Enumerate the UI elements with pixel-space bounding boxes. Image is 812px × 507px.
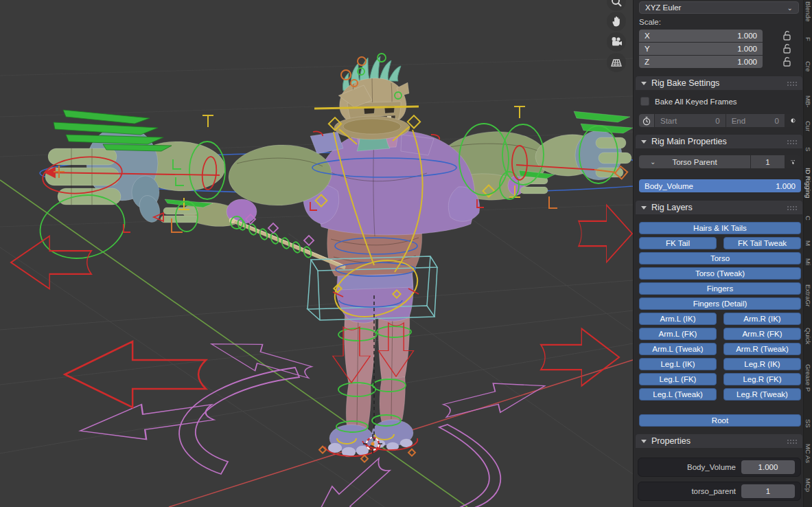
end-value: 0 <box>775 117 779 125</box>
collapse-triangle-icon <box>641 82 647 85</box>
sidebar-tab[interactable]: MCp <box>804 478 812 492</box>
sidebar-tab-active[interactable]: ID Rigging <box>804 168 812 198</box>
sidebar-tab[interactable]: Quick <box>804 328 812 344</box>
sidebar-tab[interactable]: SS <box>804 419 812 428</box>
torso-parent-row: ⌄ Torso Parent 1 <box>639 155 801 168</box>
layer-button-fk-tail[interactable]: FK Tail <box>639 237 717 249</box>
layer-button-hairs[interactable]: Hairs & IK Tails <box>639 222 801 234</box>
layer-button-torso-tweak[interactable]: Torso (Tweak) <box>639 267 801 280</box>
hand-icon <box>610 15 623 27</box>
layer-button-leg-r-ik[interactable]: Leg.R (IK) <box>723 358 801 370</box>
property-label: torso_parent <box>691 487 736 495</box>
panel-grip-icon[interactable] <box>787 81 797 86</box>
panel-title: Rig Main Properties <box>651 137 727 146</box>
panel-title: Rig Layers <box>651 203 693 212</box>
sidebar-tab[interactable]: F <box>804 37 812 41</box>
collapse-triangle-icon <box>641 206 647 210</box>
start-frame-field[interactable]: Start 0 <box>655 114 726 127</box>
panel-header-rig-bake[interactable]: Rig Bake Settings <box>636 76 802 90</box>
blender-window: XYZ Euler ⌄ Scale: X 1.000 Y 1.000 Z 1.0… <box>0 0 812 507</box>
scale-x-field[interactable]: X 1.000 <box>639 30 763 42</box>
body-volume-slider[interactable]: Body_Volume 1.000 <box>639 179 801 192</box>
layer-button-arm-l-fk[interactable]: Arm.L (FK) <box>639 328 717 340</box>
open-padlock-icon[interactable] <box>781 56 792 67</box>
torso-parent-value-field[interactable]: 1 <box>751 155 785 168</box>
sidebar-tab-strip: Blende F Cre MB- Cur S ID Rigging C M Mi… <box>803 0 812 507</box>
sidebar-tab[interactable]: MC As <box>804 444 812 463</box>
sidebar-tab[interactable]: Cre <box>804 61 812 71</box>
panel-grip-icon[interactable] <box>787 205 797 210</box>
property-row-torso-parent: torso_parent 1 <box>638 482 801 501</box>
ortho-grid-gizmo-button[interactable] <box>607 53 626 72</box>
axis-value: 1.000 <box>737 58 757 66</box>
animate-toggle-button[interactable] <box>785 114 801 127</box>
stopwatch-button[interactable] <box>639 114 654 127</box>
layer-button-arm-l-ik[interactable]: Arm.L (IK) <box>639 313 717 325</box>
grid-icon <box>610 56 623 69</box>
open-padlock-icon[interactable] <box>781 43 792 54</box>
property-value-field[interactable]: 1 <box>741 484 795 498</box>
end-frame-field[interactable]: End 0 <box>726 114 785 127</box>
property-row-body-volume: Body_Volume 1.000 <box>638 458 801 477</box>
3d-viewport[interactable] <box>0 0 633 507</box>
sidebar-tab[interactable]: S <box>804 147 812 151</box>
sidebar-tab[interactable]: MB- <box>804 95 812 107</box>
scale-z-field[interactable]: Z 1.000 <box>639 56 763 68</box>
chevron-down-icon: ⌄ <box>787 4 793 12</box>
sidebar-tab[interactable]: M <box>804 240 812 246</box>
panel-grip-icon[interactable] <box>787 139 797 144</box>
torso-parent-label: Torso Parent <box>672 158 717 166</box>
layer-button-arm-l-tweak[interactable]: Arm.L (Tweak) <box>639 343 717 355</box>
animate-decorator-icon <box>791 116 796 125</box>
layer-button-arm-r-fk[interactable]: Arm.R (FK) <box>723 328 801 340</box>
sidebar-tab[interactable]: Blende <box>804 1 812 22</box>
layer-button-leg-r-tweak[interactable]: Leg.R (Tweak) <box>723 388 801 401</box>
torso-parent-value: 1 <box>765 158 769 166</box>
sidebar-tab[interactable]: Mi <box>804 258 812 265</box>
panel-grip-icon[interactable] <box>787 439 797 444</box>
layer-button-torso[interactable]: Torso <box>639 252 801 264</box>
sidebar-tab[interactable]: Grease P <box>804 364 812 392</box>
sidebar-tab[interactable]: Cur <box>804 121 812 131</box>
bone-select-button[interactable] <box>785 155 801 168</box>
axis-label: Z <box>645 58 649 66</box>
layer-button-fk-tail-tweak[interactable]: FK Tail Tweak <box>723 237 801 249</box>
panel-header-rig-main[interactable]: Rig Main Properties <box>636 135 802 148</box>
collapse-triangle-icon <box>641 140 647 144</box>
layer-button-arm-r-ik[interactable]: Arm.R (IK) <box>723 313 801 325</box>
property-value-field[interactable]: 1.000 <box>741 460 795 474</box>
rotation-mode-dropdown[interactable]: XYZ Euler ⌄ <box>639 1 799 14</box>
layer-button-leg-r-fk[interactable]: Leg.R (FK) <box>723 373 801 385</box>
layer-button-fingers[interactable]: Fingers <box>639 282 801 295</box>
panel-title: Rig Bake Settings <box>651 78 719 88</box>
layer-button-arm-r-tweak[interactable]: Arm.R (Tweak) <box>723 343 801 355</box>
rotation-mode-value: XYZ Euler <box>645 3 681 12</box>
camera-gizmo-button[interactable] <box>607 32 626 52</box>
panel-header-rig-layers[interactable]: Rig Layers <box>636 201 802 214</box>
bake-range-row: Start 0 End 0 <box>639 114 801 127</box>
bake-all-keyed-frames-row: Bake All Keyed Frames <box>640 97 737 106</box>
magnifier-icon <box>610 0 623 8</box>
viewport-scene <box>0 0 633 507</box>
layer-button-leg-l-tweak[interactable]: Leg.L (Tweak) <box>639 388 717 401</box>
layer-button-fingers-detail[interactable]: Fingers (Detail) <box>639 297 801 310</box>
open-padlock-icon[interactable] <box>781 30 792 41</box>
checkbox-label: Bake All Keyed Frames <box>655 98 737 106</box>
chevron-down-icon: ⌄ <box>650 158 656 166</box>
layer-button-leg-l-ik[interactable]: Leg.L (IK) <box>639 358 717 370</box>
property-label: Body_Volume <box>687 463 736 471</box>
slider-value: 1.000 <box>776 182 796 190</box>
sidebar-tab[interactable]: C <box>804 216 812 221</box>
panel-header-properties[interactable]: Properties <box>636 434 802 448</box>
pan-gizmo-button[interactable] <box>607 12 626 31</box>
scale-y-field[interactable]: Y 1.000 <box>639 43 763 55</box>
start-label: Start <box>660 117 677 125</box>
bake-all-keyed-frames-checkbox[interactable] <box>640 97 649 106</box>
collapse-triangle-icon <box>641 440 647 443</box>
sidebar-tab[interactable]: ExtraGr <box>804 284 812 307</box>
torso-parent-dropdown[interactable]: ⌄ Torso Parent <box>639 155 750 168</box>
layer-button-leg-l-fk[interactable]: Leg.L (FK) <box>639 373 717 385</box>
layer-button-root[interactable]: Root <box>639 414 801 427</box>
camera-icon <box>610 35 623 49</box>
scale-label: Scale: <box>639 18 661 26</box>
